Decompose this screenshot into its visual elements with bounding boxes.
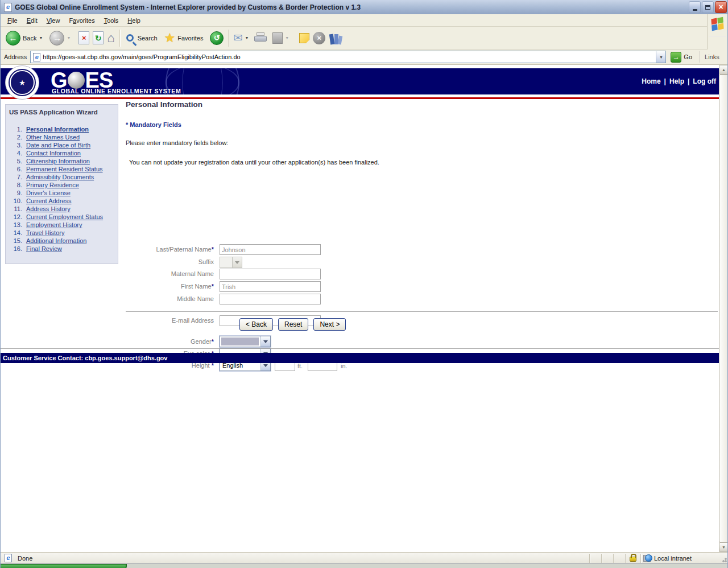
sidebar-item-additional-information[interactable]: Additional Information [26, 237, 86, 245]
scroll-up-icon: ▲ [722, 68, 726, 72]
close-button[interactable]: × [715, 1, 727, 13]
nav-help-link[interactable]: Help [669, 77, 684, 85]
step-number: 14. [6, 229, 26, 237]
reset-button[interactable]: Reset [278, 318, 308, 331]
sidebar-item-current-employment-status[interactable]: Current Employment Status [26, 213, 103, 221]
status-pane [602, 553, 613, 564]
sidebar-item-citizenship-information[interactable]: Citizenship Information [26, 157, 90, 165]
last-name-input[interactable] [220, 244, 321, 255]
step-number: 7. [6, 173, 26, 181]
toolbar-separator [119, 30, 120, 47]
scroll-up-button[interactable]: ▲ [719, 65, 728, 75]
next-button[interactable]: Next > [313, 318, 346, 331]
scrollbar-thumb[interactable] [719, 75, 728, 542]
sidebar-item-travel-history[interactable]: Travel History [26, 229, 64, 237]
sidebar-item-current-address[interactable]: Current Address [26, 197, 71, 205]
sidebar-item-primary-residence[interactable]: Primary Residence [26, 181, 79, 189]
minimize-button[interactable] [689, 1, 701, 13]
menu-help[interactable]: Help [123, 15, 145, 26]
step-number: 4. [6, 149, 26, 157]
print-button[interactable] [253, 31, 268, 45]
back-form-button[interactable]: < Back [239, 318, 273, 331]
forward-dropdown-icon[interactable]: ▼ [67, 36, 71, 40]
go-button[interactable]: → Go [671, 52, 692, 63]
back-icon: ← [6, 31, 20, 46]
sidebar-item-address-history[interactable]: Address History [26, 205, 71, 213]
chevron-down-icon: ▼ [659, 55, 663, 59]
messenger-button[interactable]: × [311, 31, 327, 46]
middle-name-input[interactable] [220, 294, 321, 304]
step-number: 6. [6, 165, 26, 173]
start-button-sliver[interactable] [1, 564, 127, 568]
first-name-input[interactable] [220, 281, 321, 292]
menu-edit[interactable]: Edit [22, 15, 42, 26]
zone-label: Local intranet [654, 555, 692, 562]
links-toolbar[interactable]: Links [705, 53, 719, 60]
mail-button[interactable]: ✉ ▼ [231, 31, 250, 44]
favorites-label: Favorites [177, 35, 203, 42]
edit-button[interactable]: ▼ [271, 31, 291, 45]
sidebar-item-admissibility-documents[interactable]: Admissibility Documents [26, 173, 94, 181]
menu-tools[interactable]: Tools [100, 15, 123, 26]
sidebar-item-drivers-license[interactable]: Driver's License [26, 189, 71, 197]
research-button[interactable] [327, 31, 344, 46]
home-button[interactable]: ⌂ [105, 31, 116, 46]
sidebar-item-final-review[interactable]: Final Review [26, 245, 62, 253]
warning-text: You can not update your registration dat… [129, 159, 379, 166]
back-dropdown-icon[interactable]: ▼ [39, 36, 43, 40]
intranet-zone-icon [643, 555, 651, 562]
page-title: Personal Information [126, 100, 718, 109]
stop-icon: × [78, 31, 89, 44]
sidebar-item-date-and-place-of-birth[interactable]: Date and Place of Birth [26, 141, 90, 149]
messenger-icon: × [313, 32, 325, 44]
gender-select[interactable] [220, 336, 271, 347]
back-button[interactable]: ← Back ▼ [4, 30, 44, 47]
main-content: Personal Information * Mandatory Fields … [126, 100, 718, 109]
nav-home-link[interactable]: Home [642, 77, 660, 85]
toolbar-separator [228, 30, 229, 47]
menu-view[interactable]: View [42, 15, 65, 26]
refresh-button[interactable]: ↻ [91, 30, 105, 46]
status-pane [590, 553, 601, 564]
search-button[interactable]: Search [123, 33, 159, 43]
sidebar-item-contact-information[interactable]: Contact Information [26, 149, 81, 157]
scroll-down-icon: ▼ [722, 545, 726, 549]
sidebar-item-personal-information[interactable]: Personal Information [26, 125, 89, 133]
print-icon [254, 35, 267, 44]
vertical-scrollbar[interactable]: ▲ ▼ [719, 65, 728, 552]
sidebar-item-other-names-used[interactable]: Other Names Used [26, 133, 80, 141]
step-number: 13. [6, 221, 26, 229]
mandatory-fields-note: * Mandatory Fields [126, 121, 181, 128]
first-name-label: First Name* [126, 283, 214, 290]
title-bar: e GOES Global Online Enrollment System -… [1, 0, 728, 14]
gender-label: Gender* [126, 338, 214, 345]
history-button[interactable]: ↺ [208, 30, 225, 46]
address-dropdown-button[interactable]: ▼ [656, 51, 665, 63]
window-title: GOES Global Online Enrollment System - I… [15, 3, 361, 11]
mail-icon: ✉ [233, 32, 242, 43]
notes-button[interactable] [297, 32, 311, 44]
edit-dropdown-icon[interactable]: ▼ [285, 36, 289, 40]
favorites-button[interactable]: ★ Favorites [163, 31, 205, 46]
mail-dropdown-icon[interactable]: ▼ [245, 36, 249, 40]
home-icon: ⌂ [107, 32, 114, 44]
history-icon: ↺ [210, 31, 224, 45]
go-arrow-icon: → [671, 52, 681, 63]
restore-button[interactable] [702, 1, 714, 13]
minimize-icon [693, 9, 697, 11]
sidebar-item-permanent-resident-status[interactable]: Permanent Resident Status [26, 165, 103, 173]
sidebar-item-employment-history[interactable]: Employment History [26, 221, 82, 229]
resize-grip[interactable] [718, 553, 728, 564]
step-number: 5. [6, 157, 26, 165]
maternal-name-input[interactable] [220, 269, 321, 279]
menu-file[interactable]: File [3, 15, 22, 26]
step-number: 11. [6, 205, 26, 213]
nav-logoff-link[interactable]: Log off [693, 77, 716, 85]
scroll-down-button[interactable]: ▼ [719, 542, 728, 552]
edit-icon [272, 32, 283, 44]
address-input[interactable]: e https://goes-sat.cbp.dhs.gov/main/goes… [30, 51, 666, 63]
forward-button[interactable]: → ▼ [48, 30, 72, 47]
status-page-icon: e [5, 554, 12, 562]
stop-button[interactable]: × [77, 30, 91, 46]
menu-favorites[interactable]: Favorites [64, 15, 99, 26]
